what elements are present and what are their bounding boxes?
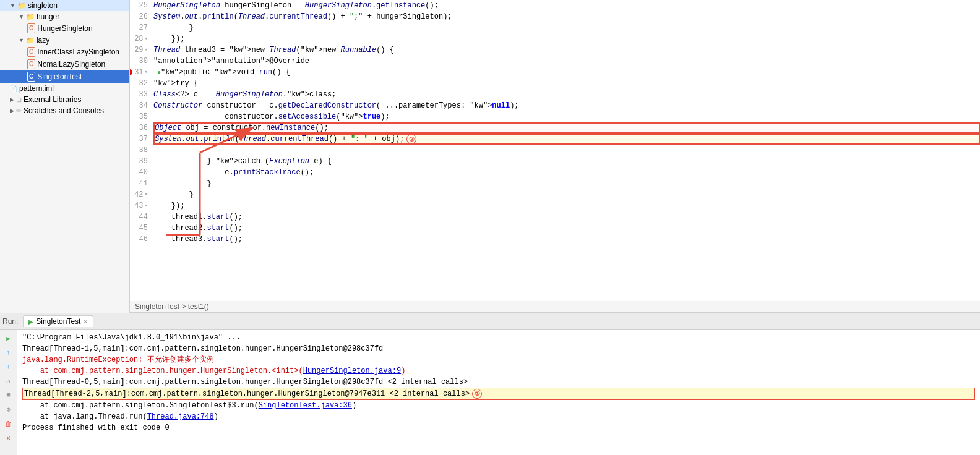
sidebar-item-scratches[interactable]: ▶ ✏ Scratches and Consoles	[0, 105, 129, 116]
settings-button[interactable]: ⚙	[2, 403, 15, 415]
code-line-42[interactable]: }	[153, 189, 980, 200]
run-sidebar: ▶ ↑ ↓ ↺ ■ ⚙ 🗑 ✕	[0, 330, 17, 455]
folder-icon: 📁	[26, 36, 35, 45]
code-line-34[interactable]: Constructor constructor = c.getDeclaredC…	[153, 100, 980, 111]
chevron-right-icon: ▶	[10, 96, 14, 103]
sidebar-item-innerclasslazy[interactable]: C InnerClassLazySingleton	[0, 46, 129, 58]
code-line-44[interactable]: thread1.start();	[153, 211, 980, 223]
rerun-button[interactable]: ↺	[2, 375, 15, 387]
line-number-39: 39	[132, 156, 148, 167]
folder-icon: 📁	[17, 2, 26, 10]
app-container: ▼ 📁 singleton ▼ 📁 hunger C HungerSinglet…	[0, 0, 980, 455]
console-line: java.lang.RuntimeException: 不允许创建多个实例	[22, 354, 975, 365]
code-line-45[interactable]: thread2.start();	[153, 223, 980, 234]
sidebar-item-label: pattern.iml	[19, 84, 54, 93]
sidebar-item-lazy[interactable]: ▼ 📁 lazy	[0, 35, 129, 46]
close-run-button[interactable]: ✕	[2, 432, 15, 444]
code-line-30[interactable]: "annotation">"annotation">@Override	[153, 56, 980, 67]
console-line: "C:\Program Files\Java\jdk1.8.0_191\bin\…	[22, 332, 975, 343]
code-line-43[interactable]: });	[153, 200, 980, 211]
line-numbers: 25262728▾29▾3031▾3233343536373839404142▾…	[130, 0, 153, 301]
sidebar-item-pattern-iml[interactable]: 📄 pattern.iml	[0, 83, 129, 94]
console-link[interactable]: SingletonTest.java:36	[259, 400, 352, 411]
class-icon: C	[27, 59, 35, 69]
code-line-39[interactable]: } "kw">catch (Exception e) {	[153, 156, 980, 167]
code-line-27[interactable]: }	[153, 22, 980, 33]
line-number-25: 25	[132, 0, 148, 11]
console-link[interactable]: HungerSingleton.java:9	[303, 365, 401, 376]
line-number-31: 31▾	[132, 67, 148, 78]
line-number-35: 35	[132, 111, 148, 122]
chevron-right-icon: ▶	[10, 108, 14, 114]
sidebar-item-label: NomalLazySingleton	[37, 60, 105, 69]
fold-indicator[interactable]: ▾	[145, 67, 148, 78]
fold-indicator[interactable]: ▾	[145, 33, 148, 45]
code-line-25[interactable]: HungerSingleton hungerSingleton = Hunger…	[153, 0, 980, 11]
class-icon: C	[27, 72, 35, 82]
sidebar-item-label: HungerSingleton	[37, 24, 92, 33]
run-tab-singletontest[interactable]: ▶ SingletonTest ✕	[23, 315, 93, 327]
line-number-41: 41	[132, 178, 148, 189]
scratch-icon: ✏	[16, 107, 22, 115]
sidebar-item-external-libs[interactable]: ▶ ⊞ External Libraries	[0, 94, 129, 105]
annotation-2: ②	[406, 134, 416, 144]
close-icon[interactable]: ✕	[83, 318, 88, 325]
sidebar-item-label: Scratches and Consoles	[24, 106, 104, 115]
sidebar-item-label: InnerClassLazySingleton	[37, 48, 119, 56]
code-lines: HungerSingleton hungerSingleton = Hunger…	[153, 0, 980, 245]
code-line-26[interactable]: System.out.println(Thread.currentThread(…	[153, 11, 980, 22]
breadcrumb-text: SingletonTest > test1()	[135, 302, 209, 311]
breakpoint-indicator	[130, 69, 132, 75]
code-line-38[interactable]	[153, 145, 980, 156]
run-label: Run:	[2, 317, 18, 326]
code-line-33[interactable]: Class<?> c = HungerSingleton."kw">class;	[153, 89, 980, 100]
sidebar-item-hungersingleton[interactable]: C HungerSingleton	[0, 22, 129, 35]
console-line: Thread[Thread-1,5,main]:com.cmj.pattern.…	[22, 343, 975, 354]
scroll-down-button[interactable]: ↓	[2, 360, 15, 373]
console-line: at com.cmj.pattern.singleton.hunger.Hung…	[22, 365, 975, 376]
stop-button[interactable]: ■	[2, 389, 15, 401]
libs-icon: ⊞	[16, 96, 22, 104]
line-number-29: 29▾	[132, 45, 148, 56]
code-line-32[interactable]: "kw">try {	[153, 78, 980, 89]
console-output[interactable]: "C:\Program Files\Java\jdk1.8.0_191\bin\…	[17, 330, 980, 455]
line-number-45: 45	[132, 223, 148, 234]
code-line-28[interactable]: });	[153, 33, 980, 45]
console-line: Process finished with exit code 0	[22, 422, 975, 433]
code-line-31[interactable]: ● "kw">public "kw">void run() {	[153, 67, 980, 78]
trash-button[interactable]: 🗑	[2, 417, 15, 430]
fold-indicator[interactable]: ▾	[145, 200, 148, 211]
code-line-40[interactable]: e.printStackTrace();	[153, 167, 980, 178]
line-number-28: 28▾	[132, 33, 148, 45]
code-area[interactable]: 25262728▾29▾3031▾3233343536373839404142▾…	[130, 0, 980, 301]
run-tab-label: SingletonTest	[36, 317, 80, 326]
sidebar-item-nomallazy[interactable]: C NomalLazySingleton	[0, 58, 129, 70]
sidebar-item-label: SingletonTest	[37, 72, 82, 81]
console-line: at java.lang.Thread.run(Thread.java:748)	[22, 411, 975, 422]
line-number-36: 36	[132, 122, 148, 134]
folder-icon: 📁	[26, 13, 35, 21]
console-line[interactable]: Thread[Thread-2,5,main]:com.cmj.pattern.…	[22, 388, 975, 400]
code-line-29[interactable]: Thread thread3 = "kw">new Thread("kw">ne…	[153, 45, 980, 56]
line-number-40: 40	[132, 167, 148, 178]
code-line-46[interactable]: thread3.start();	[153, 234, 980, 245]
scroll-up-button[interactable]: ↑	[2, 346, 15, 359]
chevron-down-icon: ▼	[19, 14, 24, 20]
code-line-36[interactable]: Object obj = constructor.newInstance();	[153, 122, 980, 134]
line-number-37: 37	[132, 134, 148, 145]
run-tab-bar: Run: ▶ SingletonTest ✕	[0, 313, 980, 330]
line-number-34: 34	[132, 100, 148, 111]
sidebar-item-label: lazy	[37, 36, 49, 45]
play-button[interactable]: ▶	[2, 332, 15, 344]
line-number-43: 43▾	[132, 200, 148, 211]
fold-indicator[interactable]: ▾	[145, 189, 148, 200]
code-line-35[interactable]: constructor.setAccessible("kw">true);	[153, 111, 980, 122]
sidebar: ▼ 📁 singleton ▼ 📁 hunger C HungerSinglet…	[0, 0, 130, 313]
sidebar-item-hunger[interactable]: ▼ 📁 hunger	[0, 11, 129, 22]
sidebar-item-singletontest[interactable]: C SingletonTest	[0, 70, 129, 83]
code-line-37[interactable]: System.out.println(Thread.currentThread(…	[153, 134, 980, 145]
sidebar-item-singleton[interactable]: ▼ 📁 singleton	[0, 0, 129, 11]
code-line-41[interactable]: }	[153, 178, 980, 189]
fold-indicator[interactable]: ▾	[145, 45, 148, 56]
console-link[interactable]: Thread.java:748	[147, 411, 214, 422]
